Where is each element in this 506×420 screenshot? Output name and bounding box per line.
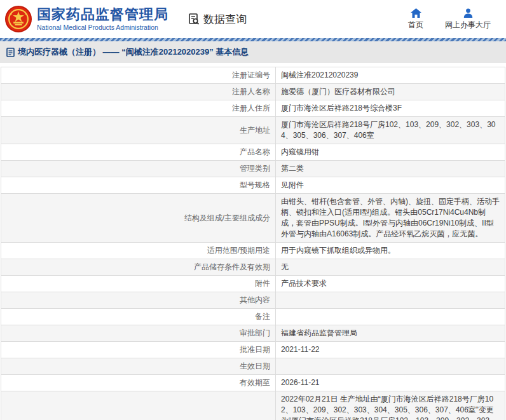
row-label: 适用范围/预期用途 <box>1 243 276 259</box>
person-icon <box>463 8 473 18</box>
breadcrumb: 境内医疗器械（注册） —— “闽械注准20212020239” 基本信息 <box>0 41 506 63</box>
data-query-label: 数据查询 <box>203 12 247 27</box>
table-row: 附件产品技术要求 <box>1 276 505 292</box>
table-row: 备注 <box>1 309 505 325</box>
nav-home[interactable]: 首页 <box>408 8 423 30</box>
table-row: 产品储存条件及有效期无 <box>1 259 505 276</box>
row-label: 生效日期 <box>1 358 276 375</box>
site-header: 国家药品监督管理局 National Medical Products Admi… <box>0 0 506 38</box>
table-row: 产品名称内窥镜用钳 <box>1 144 505 161</box>
row-value <box>276 309 505 325</box>
row-value: 2022年02月21日 生产地址由“厦门市海沧区后祥路218号厂房102、103… <box>276 391 505 420</box>
registration-info-table: 注册证编号闽械注准20212020239注册人名称施爱德（厦门）医疗器材有限公司… <box>1 67 505 420</box>
table-row: 其他内容 <box>1 292 505 309</box>
row-value: 施爱德（厦门）医疗器材有限公司 <box>276 84 505 100</box>
row-label: 变更情况 <box>1 391 276 420</box>
row-label: 注册人名称 <box>1 84 276 100</box>
row-value: 由钳头、钳杆(包含套管、外管、内轴)、旋扭、固定手柄、活动手柄、锁扣和注入口(适… <box>276 194 505 243</box>
row-value: 2026-11-21 <box>276 375 505 391</box>
logo-block: 国家药品监督管理局 National Medical Products Admi… <box>5 6 168 32</box>
row-value: 见附件 <box>276 177 505 194</box>
table-row: 注册人名称施爱德（厦门）医疗器材有限公司 <box>1 84 505 100</box>
row-label: 产品名称 <box>1 144 276 161</box>
row-value-paragraph: 2022年02月21日 生产地址由“厦门市海沧区后祥路218号厂房102、103… <box>281 394 500 420</box>
data-query-nav[interactable]: 数据查询 <box>188 12 247 27</box>
table-row: 有效期至2026-11-21 <box>1 375 505 391</box>
table-row: 型号规格见附件 <box>1 177 505 194</box>
row-value: 福建省药品监督管理局 <box>276 325 505 342</box>
table-row: 结构及组成/主要组成成分由钳头、钳杆(包含套管、外管、内轴)、旋扭、固定手柄、活… <box>1 194 505 243</box>
row-value <box>276 292 505 309</box>
row-label: 注册人住所 <box>1 100 276 117</box>
row-value: 产品技术要求 <box>276 276 505 292</box>
row-value: 第二类 <box>276 161 505 177</box>
header-right-nav: 首页 网上办事大厅 <box>408 8 497 30</box>
row-value: 厦门市海沧区后祥路218号厂房102、103、209、302、303、304、3… <box>276 117 505 144</box>
row-label: 其他内容 <box>1 292 276 309</box>
row-label: 审批部门 <box>1 325 276 342</box>
table-row: 注册人住所厦门市海沧区后祥路218号综合楼3F <box>1 100 505 117</box>
national-emblem-logo <box>5 6 32 32</box>
row-label: 有效期至 <box>1 375 276 391</box>
table-row: 生效日期 <box>1 358 505 375</box>
row-label: 备注 <box>1 309 276 325</box>
row-label: 生产地址 <box>1 117 276 144</box>
table-row: 注册证编号闽械注准20212020239 <box>1 67 505 84</box>
page: 国家药品监督管理局 National Medical Products Admi… <box>0 0 506 420</box>
row-label: 注册证编号 <box>1 67 276 84</box>
row-label: 管理类别 <box>1 161 276 177</box>
table-row: 管理类别第二类 <box>1 161 505 177</box>
home-icon <box>411 8 421 18</box>
org-names: 国家药品监督管理局 National Medical Products Admi… <box>37 7 168 32</box>
table-row: 变更情况2022年02月21日 生产地址由“厦门市海沧区后祥路218号厂房102… <box>1 391 505 420</box>
row-value: 无 <box>276 259 505 276</box>
row-label: 批准日期 <box>1 342 276 358</box>
document-icon <box>6 48 15 57</box>
row-label: 产品储存条件及有效期 <box>1 259 276 276</box>
document-search-icon <box>188 13 200 25</box>
table-row: 适用范围/预期用途用于内窥镜下抓取组织或异物用。 <box>1 243 505 259</box>
row-label: 附件 <box>1 276 276 292</box>
nav-home-label: 首页 <box>408 20 423 30</box>
row-value: 用于内窥镜下抓取组织或异物用。 <box>276 243 505 259</box>
row-value: 内窥镜用钳 <box>276 144 505 161</box>
table-row: 生产地址厦门市海沧区后祥路218号厂房102、103、209、302、303、3… <box>1 117 505 144</box>
table-row: 批准日期2021-11-22 <box>1 342 505 358</box>
row-value: 2021-11-22 <box>276 342 505 358</box>
info-table-wrap: 注册证编号闽械注准20212020239注册人名称施爱德（厦门）医疗器材有限公司… <box>0 63 506 420</box>
row-value: 厦门市海沧区后祥路218号综合楼3F <box>276 100 505 117</box>
row-label: 型号规格 <box>1 177 276 194</box>
org-name-en: National Medical Products Administration <box>37 24 168 32</box>
org-name-cn: 国家药品监督管理局 <box>37 7 168 22</box>
row-value <box>276 358 505 375</box>
table-row: 审批部门福建省药品监督管理局 <box>1 325 505 342</box>
nav-online-hall-label: 网上办事大厅 <box>445 20 491 30</box>
nav-online-hall[interactable]: 网上办事大厅 <box>445 8 491 30</box>
row-label: 结构及组成/主要组成成分 <box>1 194 276 243</box>
breadcrumb-text: 境内医疗器械（注册） —— “闽械注准20212020239” 基本信息 <box>18 46 249 58</box>
row-value: 闽械注准20212020239 <box>276 67 505 84</box>
